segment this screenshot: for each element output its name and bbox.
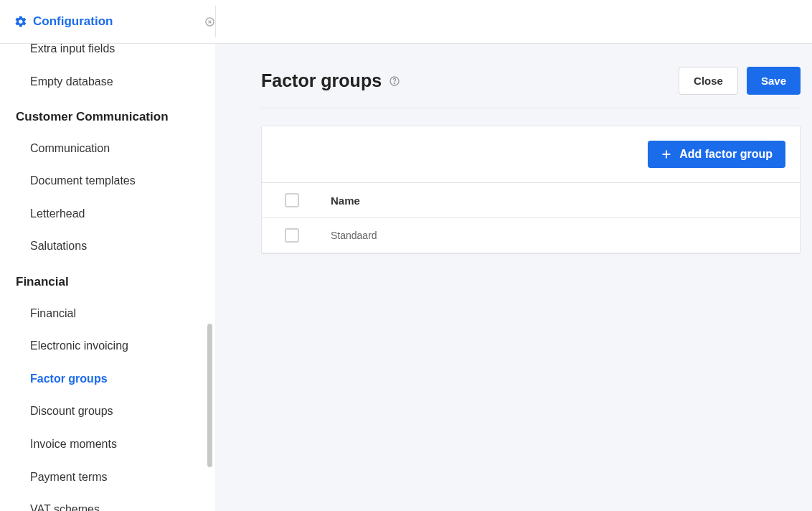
vertical-divider: [215, 6, 216, 37]
sidebar-item-empty-database[interactable]: Empty database: [0, 65, 215, 98]
select-all-checkbox[interactable]: [285, 193, 299, 207]
add-factor-group-label: Add factor group: [679, 148, 773, 161]
top-bar-tab: Configuration: [14, 0, 227, 43]
table-header-checkbox: [262, 183, 322, 218]
sidebar-item-discount-groups[interactable]: Discount groups: [0, 395, 215, 428]
header-actions: Close Save: [679, 67, 801, 95]
top-bar: Configuration: [0, 0, 812, 44]
gear-icon: [14, 15, 27, 28]
sidebar-item-vat-schemes[interactable]: VAT schemes: [0, 493, 215, 511]
sidebar-item-extra-input-fields[interactable]: Extra input fields: [0, 44, 215, 65]
sidebar-item-communication[interactable]: Communication: [0, 132, 215, 165]
main-title-wrap: Factor groups: [261, 70, 400, 91]
add-factor-group-button[interactable]: Add factor group: [648, 141, 785, 168]
sidebar-item-invoice-moments[interactable]: Invoice moments: [0, 428, 215, 461]
page-title: Factor groups: [261, 70, 382, 91]
table-header-row: Name: [262, 183, 800, 218]
sidebar-item-payment-terms[interactable]: Payment terms: [0, 461, 215, 494]
sidebar-section-customer-communication: Customer Communication: [0, 98, 215, 132]
sidebar-item-salutations[interactable]: Salutations: [0, 230, 215, 263]
sidebar-item-electronic-invoicing[interactable]: Electronic invoicing: [0, 329, 215, 362]
sidebar-item-factor-groups[interactable]: Factor groups: [0, 362, 215, 395]
layout: Extra input fields Empty database Custom…: [0, 44, 812, 511]
help-icon[interactable]: [389, 75, 400, 87]
close-tab-icon[interactable]: [203, 15, 216, 28]
save-button[interactable]: Save: [747, 67, 801, 95]
sidebar-item-letterhead[interactable]: Letterhead: [0, 197, 215, 230]
table-cell-name: Standaard: [322, 218, 800, 253]
table-header-name: Name: [322, 183, 800, 218]
sidebar-item-financial[interactable]: Financial: [0, 297, 215, 330]
factor-groups-card: Add factor group Name: [261, 126, 801, 254]
sidebar-section-financial: Financial: [0, 263, 215, 297]
sidebar: Extra input fields Empty database Custom…: [0, 44, 215, 511]
configuration-title: Configuration: [33, 14, 113, 29]
svg-point-4: [395, 83, 395, 83]
main-header: Factor groups Close Save: [261, 67, 801, 95]
table-row[interactable]: Standaard: [262, 218, 800, 253]
horizontal-divider: [261, 108, 801, 108]
table-cell-checkbox: [262, 218, 322, 253]
factor-groups-table: Name Standaard: [262, 182, 800, 253]
card-toolbar: Add factor group: [262, 126, 800, 182]
close-button[interactable]: Close: [679, 67, 738, 95]
plus-icon: [661, 149, 672, 160]
sidebar-item-document-templates[interactable]: Document templates: [0, 164, 215, 197]
main-content: Factor groups Close Save Add factor grou…: [215, 44, 812, 511]
sidebar-scrollbar[interactable]: [207, 324, 212, 467]
row-checkbox[interactable]: [285, 228, 299, 243]
